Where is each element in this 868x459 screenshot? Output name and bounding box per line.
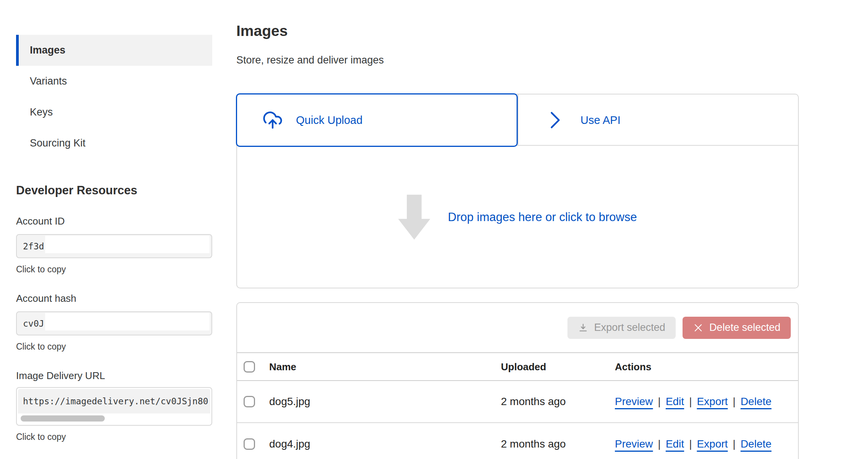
chevron-right-icon <box>548 110 561 130</box>
sidebar-nav: Images Variants Keys Sourcing Kit <box>16 35 212 159</box>
account-id-label: Account ID <box>16 215 212 227</box>
upload-tab-row: Quick Upload Use API <box>237 94 798 146</box>
delete-selected-button[interactable]: Delete selected <box>683 317 791 339</box>
edit-link[interactable]: Edit <box>666 396 684 407</box>
column-header-actions: Actions <box>615 361 651 373</box>
developer-resources-heading: Developer Resources <box>16 184 212 197</box>
app-root: Images Variants Keys Sourcing Kit Develo… <box>0 0 868 459</box>
account-hash-value-box[interactable]: cv0J <box>16 311 212 335</box>
row-actions: Preview|Edit|Export|Delete <box>615 438 772 450</box>
image-delivery-url-copy-hint[interactable]: Click to copy <box>16 432 212 442</box>
row-checkbox[interactable] <box>244 438 255 450</box>
redaction-overlay <box>45 236 210 253</box>
action-separator: | <box>658 438 661 450</box>
action-separator: | <box>689 438 692 450</box>
image-delivery-url-box[interactable]: https://imagedelivery.net/cv0JSjn80 <box>16 387 212 426</box>
export-selected-label: Export selected <box>594 322 665 334</box>
action-separator: | <box>658 396 661 407</box>
table-toolbar: Export selected Delete selected <box>237 303 798 352</box>
account-id-copy-hint[interactable]: Click to copy <box>16 264 212 275</box>
sidebar-item-images[interactable]: Images <box>16 35 212 66</box>
row-name: dog4.jpg <box>269 438 310 450</box>
sidebar-item-sourcing-kit[interactable]: Sourcing Kit <box>16 128 212 159</box>
download-icon <box>578 322 588 333</box>
delete-link[interactable]: Delete <box>741 438 772 450</box>
preview-link[interactable]: Preview <box>615 438 653 450</box>
sidebar-item-keys[interactable]: Keys <box>16 97 212 128</box>
edit-link[interactable]: Edit <box>666 438 684 450</box>
row-uploaded: 2 months ago <box>501 396 566 408</box>
table-row: dog4.jpg 2 months ago Preview|Edit|Expor… <box>237 423 798 459</box>
page-title: Images <box>236 22 288 40</box>
action-separator: | <box>733 438 735 450</box>
redaction-overlay <box>45 313 210 330</box>
account-id-value-box[interactable]: 2f3d <box>16 234 212 258</box>
upload-panel: Quick Upload Use API Drop images here or… <box>236 94 799 288</box>
delete-link[interactable]: Delete <box>741 396 772 407</box>
sidebar-item-variants[interactable]: Variants <box>16 66 212 97</box>
image-delivery-url-label: Image Delivery URL <box>16 370 212 382</box>
image-delivery-url-value: https://imagedelivery.net/cv0JSjn80 <box>18 389 210 413</box>
account-hash-copy-hint[interactable]: Click to copy <box>16 342 212 352</box>
row-checkbox[interactable] <box>244 396 255 407</box>
export-link[interactable]: Export <box>697 396 728 407</box>
developer-resources-section: Developer Resources Account ID 2f3d Clic… <box>16 184 212 442</box>
table-row: dog5.jpg 2 months ago Preview|Edit|Expor… <box>237 381 798 423</box>
page-subtitle: Store, resize and deliver images <box>236 54 384 66</box>
account-hash-value: cv0J <box>23 319 44 329</box>
export-selected-button[interactable]: Export selected <box>567 317 676 339</box>
account-hash-label: Account hash <box>16 293 212 304</box>
images-table-panel: Export selected Delete selected Name Upl… <box>236 302 799 459</box>
arrow-down-icon <box>398 195 430 240</box>
account-id-value: 2f3d <box>23 241 44 251</box>
row-uploaded: 2 months ago <box>501 438 566 450</box>
tab-quick-upload[interactable]: Quick Upload <box>236 93 518 147</box>
upload-dropzone[interactable]: Drop images here or click to browse <box>237 146 798 288</box>
cloud-upload-icon <box>262 110 283 130</box>
tab-use-api-label: Use API <box>580 114 621 127</box>
row-name: dog5.jpg <box>269 396 310 408</box>
preview-link[interactable]: Preview <box>615 396 653 407</box>
tab-use-api[interactable]: Use API <box>518 94 798 146</box>
x-icon <box>693 322 704 333</box>
dropzone-text: Drop images here or click to browse <box>448 210 637 224</box>
delete-selected-label: Delete selected <box>709 322 780 334</box>
horizontal-scrollbar[interactable] <box>21 415 105 422</box>
action-separator: | <box>689 396 692 407</box>
tab-quick-upload-label: Quick Upload <box>296 114 362 127</box>
action-separator: | <box>733 396 735 407</box>
select-all-checkbox[interactable] <box>244 361 255 373</box>
row-actions: Preview|Edit|Export|Delete <box>615 396 772 408</box>
column-header-uploaded: Uploaded <box>501 361 546 373</box>
table-header-row: Name Uploaded Actions <box>237 352 798 381</box>
export-link[interactable]: Export <box>697 438 728 450</box>
column-header-name: Name <box>269 361 296 373</box>
